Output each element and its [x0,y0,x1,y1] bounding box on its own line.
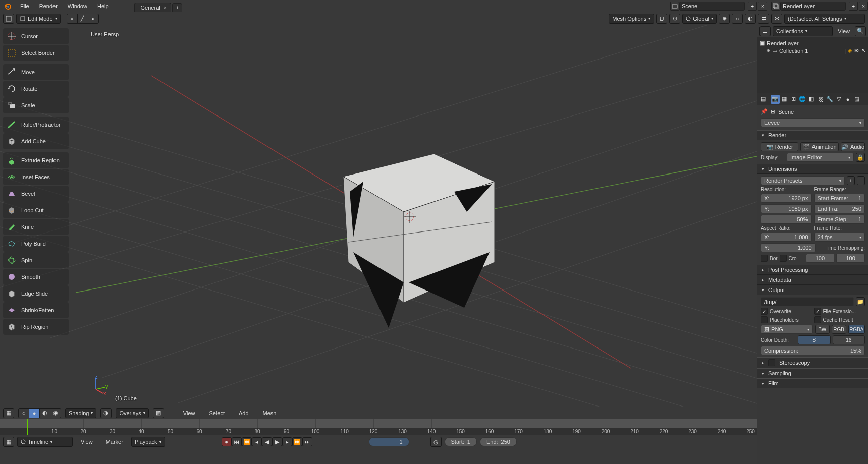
mode-selector[interactable]: Edit Mode ▾ [16,14,61,24]
menu-mesh[interactable]: Mesh [258,407,282,419]
depth8-button[interactable]: 8 [798,335,831,344]
orientation-dropdown[interactable]: Global▾ [682,14,717,24]
menu-tl-view[interactable]: View [76,436,98,448]
playhead[interactable] [27,419,28,435]
face-select-icon[interactable]: ▪ [88,14,99,24]
border-checkbox[interactable] [761,255,768,262]
scene-add-icon[interactable]: + [748,2,757,11]
lookdev-icon[interactable]: ◐ [39,408,50,418]
aspect-x-field[interactable]: X:1.000 [761,233,812,242]
end-frame-field[interactable]: End:250 [480,437,517,446]
visibility-icon[interactable]: 👁 [854,48,859,54]
magnet-icon[interactable] [656,14,667,24]
search-icon[interactable]: 🔍 [855,26,866,36]
timeline-scrubber[interactable]: 1020304050607080901001101201301401501601… [0,419,757,435]
cache-result-checkbox[interactable] [814,316,821,323]
overwrite-checkbox[interactable] [761,308,768,315]
play-icon[interactable]: ▶ [272,437,282,446]
outliner-row-collection[interactable]: ⊕ ▭ Collection 1 | ◈ 👁 ↖ [760,47,866,54]
animation-button[interactable]: 🎬Animation [800,142,838,151]
menu-add[interactable]: Add [234,407,254,419]
resolution-pct-field[interactable]: 50% [761,215,812,224]
world-tab-icon[interactable]: 🌐 [798,95,807,104]
tool-rotate[interactable]: Rotate [3,81,69,97]
editor-type-icon[interactable]: ▦ [3,437,14,447]
tool-smooth[interactable]: Smooth [3,269,69,285]
render-presets-dropdown[interactable]: Render Presets▾ [761,176,845,185]
start-frame-field[interactable]: Start:1 [445,437,477,446]
outliner-type-icon[interactable]: ☰ [760,26,771,36]
tool-rip[interactable]: Rip Region [3,319,69,335]
depth16-button[interactable]: 16 [833,335,865,344]
timeremap-old-field[interactable]: 100 [806,254,835,263]
file-ext-checkbox[interactable] [814,308,821,315]
falloff-icon[interactable]: ◐ [745,14,756,24]
panel-render-header[interactable]: Render [757,130,868,140]
scene-remove-icon[interactable]: × [758,2,767,11]
output-path-field[interactable]: /tmp/ [761,297,854,306]
aspect-y-field[interactable]: Y:1.000 [761,243,816,252]
tool-select-border[interactable]: Select Border [3,45,69,61]
overlay-toggle-icon[interactable]: ◑ [100,408,112,418]
menu-select[interactable]: Select [204,407,230,419]
renderlayer-icon[interactable] [771,2,780,11]
outliner-view-menu[interactable]: View [835,25,853,37]
tool-knife[interactable]: Knife [3,219,69,235]
tool-polybuild[interactable]: Poly Build [3,236,69,252]
menu-window[interactable]: Window [63,0,92,12]
xray-icon[interactable]: ▨ [153,408,164,418]
framerate-dropdown[interactable]: 24 fps▾ [814,233,865,242]
vertex-select-icon[interactable]: ▫ [67,14,78,24]
panel-stereoscopy-header[interactable]: Stereoscopy [757,357,868,368]
remove-preset-icon[interactable]: − [857,176,865,185]
jump-end-icon[interactable]: ⏭ [302,437,312,446]
mesh-options-dropdown[interactable]: Mesh Options▾ [609,14,654,24]
menu-view[interactable]: View [178,407,200,419]
wireframe-icon[interactable]: ○ [18,408,29,418]
scene-icon[interactable] [670,2,679,11]
render-engine-dropdown[interactable]: Eevee▾ [761,118,865,127]
lock-icon[interactable]: 🔒 [856,153,865,162]
proportional-icon[interactable]: ○ [732,14,743,24]
timeremap-new-field[interactable]: 100 [836,254,865,263]
panel-postprocessing-header[interactable]: Post Processing [757,265,868,275]
panel-dimensions-header[interactable]: Dimensions [757,164,868,174]
constraints-tab-icon[interactable]: ⛓ [816,95,825,104]
resolution-x-field[interactable]: X:1920 px [761,194,812,203]
pivot-icon[interactable]: ⊕ [719,14,730,24]
select-cursor-icon[interactable]: ↖ [861,47,866,54]
keyframe-prev-icon[interactable]: ⏪ [242,437,252,446]
texture-tab-icon[interactable]: ▨ [852,95,861,104]
layers-tab-icon[interactable]: ▦ [780,95,789,104]
deselect-all-dropdown[interactable]: (De)select All Settings▾ [784,14,865,24]
preview-range-icon[interactable]: ◷ [430,437,442,447]
menu-tl-marker[interactable]: Marker [101,436,128,448]
editor-type-icon[interactable]: ▦ [3,408,14,418]
outliner-row-renderlayer[interactable]: ▣ RenderLayer [760,39,866,47]
crop-checkbox[interactable] [780,255,787,262]
shading-dropdown[interactable]: Shading▾ [65,408,96,418]
3d-viewport[interactable]: Cursor Select Border Move Rotate Scale R… [0,25,757,407]
edge-select-icon[interactable]: ╱ [77,14,88,24]
tool-shrink-fatten[interactable]: Shrink/Fatten [3,302,69,318]
renderlayer-selector[interactable]: RenderLayer [780,2,846,11]
context-tab-icon[interactable]: ▤ [758,95,768,104]
material-tab-icon[interactable]: ● [843,95,852,104]
prev-frame-icon[interactable]: ◂ [252,437,262,446]
solid-icon[interactable]: ● [29,408,40,418]
folder-icon[interactable]: 📁 [856,297,865,306]
panel-metadata-header[interactable]: Metadata [757,275,868,285]
scene-selector[interactable]: Scene [679,2,745,11]
frame-step-field[interactable]: Frame Step:1 [814,215,865,224]
render-button[interactable]: 📷Render [761,142,798,151]
outliner-mode-dropdown[interactable]: Collections▾ [773,26,833,36]
rgb-button[interactable]: RGB [832,325,846,334]
current-frame-field[interactable]: 1 [369,437,409,446]
tool-move[interactable]: Move [3,64,69,80]
tool-ruler[interactable]: Ruler/Protractor [3,117,69,133]
keyframe-next-icon[interactable]: ⏩ [292,437,302,446]
tool-spin[interactable]: Spin [3,252,69,268]
scene-tab-icon[interactable]: ⊞ [789,95,798,104]
render-tab-icon[interactable]: 📷 [771,95,780,104]
outliner-tree[interactable]: ▣ RenderLayer ⊕ ▭ Collection 1 | ◈ 👁 ↖ [757,37,868,93]
